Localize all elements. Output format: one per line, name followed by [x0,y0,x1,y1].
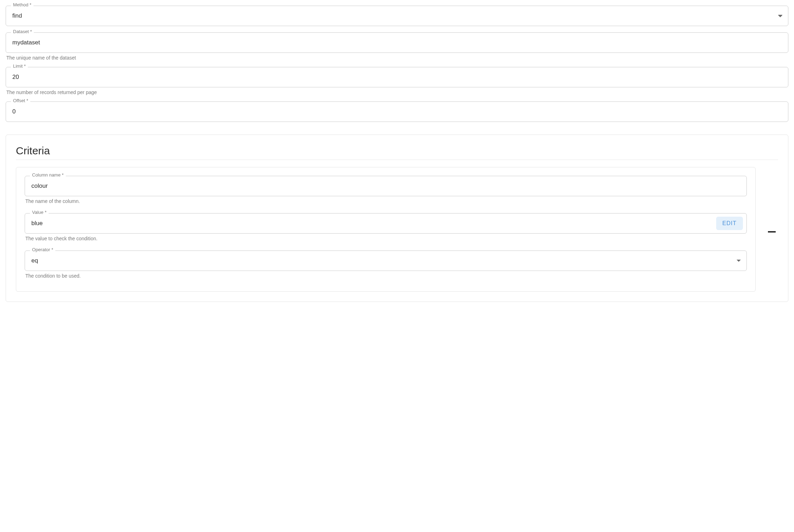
limit-field: Limit * [6,67,788,87]
column-field: Column name * [25,176,747,196]
dataset-input[interactable] [6,33,788,52]
method-group: Method * [6,6,788,26]
edit-button[interactable]: EDIT [716,217,743,230]
operator-helper: The condition to be used. [25,273,747,279]
limit-group: Limit * The number of records returned p… [6,67,788,95]
column-group: Column name * The name of the column. [25,176,747,204]
method-label: Method * [11,2,33,7]
dataset-helper: The unique name of the dataset [6,55,788,61]
svg-rect-0 [768,231,776,233]
criteria-title: Criteria [16,145,778,160]
value-label: Value * [30,210,49,215]
column-input[interactable] [25,176,746,196]
operator-select[interactable]: Operator * [25,250,747,271]
dataset-group: Dataset * The unique name of the dataset [6,32,788,61]
value-helper: The value to check the condition. [25,236,747,241]
remove-criteria-button[interactable] [765,223,778,236]
column-label: Column name * [30,173,66,177]
method-value[interactable] [6,6,788,26]
value-field: Value * EDIT [25,213,747,234]
offset-field: Offset * [6,101,788,122]
offset-group: Offset * [6,101,788,122]
method-select[interactable]: Method * [6,6,788,26]
limit-label: Limit * [11,64,28,68]
offset-input[interactable] [6,102,788,122]
operator-label: Operator * [30,247,55,252]
minus-icon [768,224,776,235]
operator-group: Operator * The condition to be used. [25,250,747,279]
criteria-card: Column name * The name of the column. Va… [16,167,756,292]
offset-label: Offset * [11,98,30,103]
column-helper: The name of the column. [25,198,747,204]
value-input[interactable] [25,214,746,233]
dataset-field: Dataset * [6,32,788,53]
criteria-item: Column name * The name of the column. Va… [16,167,778,292]
value-group: Value * EDIT The value to check the cond… [25,213,747,241]
operator-value[interactable] [25,251,746,271]
dataset-label: Dataset * [11,29,34,34]
criteria-panel: Criteria Column name * The name of the c… [6,135,788,302]
limit-helper: The number of records returned per page [6,89,788,95]
limit-input[interactable] [6,67,788,87]
